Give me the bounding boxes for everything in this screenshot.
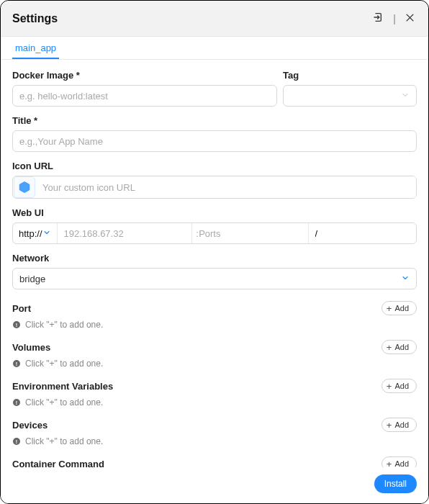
settings-modal: Settings | main_app Docker Image *: [0, 0, 429, 504]
close-icon: [405, 12, 415, 25]
add-label: Add: [394, 382, 409, 390]
web-ui-row: http://: [12, 222, 417, 244]
import-button[interactable]: [371, 10, 386, 27]
add-port-button[interactable]: + Add: [381, 301, 417, 315]
add-label: Add: [394, 420, 409, 429]
add-volume-button[interactable]: + Add: [381, 340, 417, 354]
protocol-select[interactable]: http://: [13, 223, 58, 243]
svg-marker-2: [19, 182, 30, 193]
info-icon: !: [12, 437, 21, 446]
svg-text:!: !: [16, 400, 17, 405]
docker-tag-select[interactable]: [283, 85, 417, 107]
svg-text:!: !: [16, 323, 17, 328]
port-section-label: Port: [12, 303, 31, 314]
plus-icon: +: [387, 304, 392, 313]
install-button[interactable]: Install: [374, 474, 417, 493]
docker-image-input[interactable]: [12, 85, 277, 107]
plus-icon: +: [387, 382, 392, 391]
devices-hint: ! Click "+" to add one.: [12, 436, 417, 446]
title-input[interactable]: [12, 130, 417, 152]
icon-url-row: [12, 176, 417, 199]
plus-icon: +: [387, 420, 392, 430]
port-hint: ! Click "+" to add one.: [12, 320, 417, 330]
title-label: Title *: [12, 115, 417, 126]
devices-section-label: Devices: [12, 420, 48, 431]
add-device-button[interactable]: + Add: [381, 418, 417, 432]
titlebar-actions: |: [371, 10, 417, 27]
host-input[interactable]: [58, 223, 192, 243]
close-button[interactable]: [403, 11, 417, 27]
tabs: main_app: [1, 37, 428, 60]
svg-text:!: !: [16, 361, 17, 366]
plus-icon: +: [387, 343, 392, 352]
icon-url-input[interactable]: [36, 176, 416, 198]
form-content: Docker Image * Tag Title * Icon URL: [1, 60, 428, 503]
network-select[interactable]: bridge: [12, 268, 417, 289]
icon-url-label: Icon URL: [12, 161, 417, 171]
add-env-button[interactable]: + Add: [381, 379, 417, 393]
env-hint: ! Click "+" to add one.: [12, 397, 417, 408]
docker-tag-label: Tag: [283, 70, 417, 81]
titlebar-separator: |: [393, 13, 396, 24]
hexagon-icon: [14, 176, 35, 198]
info-icon: !: [12, 359, 21, 368]
info-icon: !: [12, 398, 21, 407]
network-value: bridge: [19, 274, 45, 284]
chevron-down-icon: [42, 228, 51, 239]
volumes-hint: ! Click "+" to add one.: [12, 359, 417, 369]
footer: Install: [1, 467, 428, 503]
tab-main-app[interactable]: main_app: [12, 37, 59, 59]
modal-title: Settings: [12, 12, 58, 25]
import-icon: [373, 12, 384, 25]
network-label: Network: [12, 253, 417, 264]
protocol-value: http://: [19, 228, 42, 239]
docker-image-label: Docker Image *: [12, 70, 277, 81]
add-label: Add: [394, 304, 409, 312]
port-input[interactable]: [192, 223, 309, 243]
svg-text:!: !: [16, 439, 17, 444]
volumes-section-label: Volumes: [12, 342, 50, 353]
env-section-label: Environment Variables: [12, 381, 113, 392]
titlebar: Settings |: [1, 1, 428, 37]
path-input[interactable]: [309, 223, 417, 243]
add-label: Add: [394, 343, 409, 351]
web-ui-label: Web UI: [12, 207, 417, 218]
info-icon: !: [12, 320, 21, 329]
